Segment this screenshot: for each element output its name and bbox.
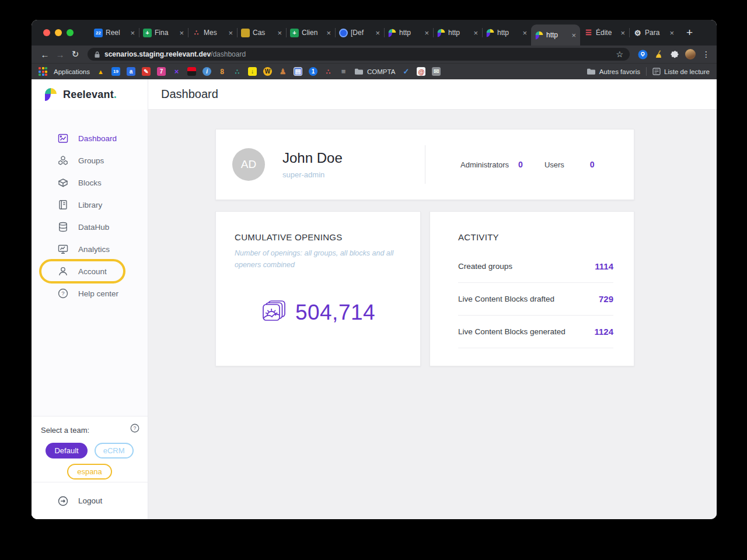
team-chip-ecrm[interactable]: eCRM xyxy=(95,443,134,459)
close-tab-icon[interactable]: × xyxy=(375,29,380,37)
browser-window: 22Reel× +Fina× ∴Mes× Cas× +Clien× [Def× … xyxy=(32,20,717,519)
account-icon xyxy=(57,265,69,277)
close-tab-icon[interactable]: × xyxy=(669,29,674,37)
mail-icon[interactable]: ✉ xyxy=(432,67,441,76)
tab-edite[interactable]: ☰Édite× xyxy=(580,20,629,46)
close-window-button[interactable] xyxy=(43,29,50,36)
new-tab-button[interactable]: + xyxy=(686,26,693,39)
layers-icon[interactable]: ≡ xyxy=(339,67,348,76)
asana-icon[interactable]: ∴ xyxy=(324,67,333,76)
sidebar-item-account[interactable]: Account xyxy=(32,260,148,282)
close-tab-icon[interactable]: × xyxy=(424,29,429,37)
close-tab-icon[interactable]: × xyxy=(571,31,576,40)
close-tab-icon[interactable]: × xyxy=(620,29,625,37)
url-text: scenarios.staging.reelevant.dev/dashboar… xyxy=(104,50,246,58)
wordreference-icon[interactable]: W xyxy=(263,67,272,76)
x-icon[interactable]: × xyxy=(172,67,181,76)
tab-cas[interactable]: Cas× xyxy=(237,20,286,46)
apps-grid-icon[interactable] xyxy=(39,67,47,76)
sidebar-item-analytics[interactable]: Analytics xyxy=(32,238,148,260)
onepassword-icon[interactable] xyxy=(638,50,648,60)
person-icon[interactable]: ♟ xyxy=(278,67,287,76)
profile-avatar[interactable] xyxy=(685,49,696,60)
activity-title: ACTIVITY xyxy=(458,232,613,242)
maximize-window-button[interactable] xyxy=(67,29,74,36)
sidebar-item-blocks[interactable]: Blocks xyxy=(32,172,148,194)
chrome-menu-icon[interactable]: ⋮ xyxy=(702,50,711,59)
tab-mes[interactable]: ∴Mes× xyxy=(188,20,237,46)
sg-flag-icon[interactable] xyxy=(187,67,196,76)
tab-label: http xyxy=(497,29,519,37)
tab-http-active[interactable]: http× xyxy=(531,24,580,46)
compta-folder[interactable]: COMPTA xyxy=(354,68,395,75)
sidebar-item-dashboard[interactable]: Dashboard xyxy=(32,127,148,149)
logout-icon xyxy=(57,495,69,507)
minimize-window-button[interactable] xyxy=(55,29,62,36)
team-chips-row-2: espana xyxy=(41,464,138,480)
brand[interactable]: Reelevant. xyxy=(32,79,148,110)
tab-reel[interactable]: 22Reel× xyxy=(90,20,139,46)
broom-icon[interactable] xyxy=(654,50,664,59)
team-help-icon[interactable]: ? xyxy=(130,423,140,436)
close-tab-icon[interactable]: × xyxy=(326,29,331,37)
reelevant-icon xyxy=(388,29,396,37)
sidebar-item-groups[interactable]: Groups xyxy=(32,149,148,172)
close-tab-icon[interactable]: × xyxy=(179,29,184,37)
other-bookmarks-folder[interactable]: Autres favoris xyxy=(587,68,640,75)
tab-fina[interactable]: +Fina× xyxy=(139,20,188,46)
molecule-icon[interactable]: ∴ xyxy=(233,67,242,76)
close-tab-icon[interactable]: × xyxy=(228,29,233,37)
browser-toolbar: ← → ↻ scenarios.staging.reelevant.dev/da… xyxy=(32,46,717,63)
sidebar-item-datahub[interactable]: DataHub xyxy=(32,216,148,238)
back-button[interactable]: ← xyxy=(37,50,53,60)
page-title: Dashboard xyxy=(161,88,218,101)
page-header: Dashboard xyxy=(148,79,717,110)
tab-http-3[interactable]: http× xyxy=(482,20,531,46)
close-tab-icon[interactable]: × xyxy=(522,29,527,37)
tab-http-1[interactable]: http× xyxy=(384,20,433,46)
forward-button[interactable]: → xyxy=(53,50,68,60)
images-stack-icon xyxy=(261,300,288,325)
download-icon[interactable]: ↓ xyxy=(248,67,257,76)
pen-icon[interactable]: ✎ xyxy=(142,67,151,76)
info-icon[interactable]: i xyxy=(203,67,211,76)
logout-button[interactable]: Logout xyxy=(32,482,148,519)
activity-row-blocks-drafted: Live Content Blocks drafted 729 xyxy=(458,283,613,316)
close-tab-icon[interactable]: × xyxy=(473,29,478,37)
close-tab-icon[interactable]: × xyxy=(130,29,135,37)
framer-icon[interactable]: 7 xyxy=(157,67,166,76)
compta-label: COMPTA xyxy=(367,68,395,75)
check-icon[interactable]: ✓ xyxy=(402,67,410,76)
team-chip-default[interactable]: Default xyxy=(46,443,87,459)
reload-button[interactable]: ↻ xyxy=(68,49,83,60)
circle-icon xyxy=(339,29,348,37)
openings-value-row: 504,714 xyxy=(235,300,402,325)
docs-icon[interactable]: a xyxy=(127,67,135,76)
onepassword-icon[interactable]: 1 xyxy=(309,67,317,76)
close-tab-icon[interactable]: × xyxy=(277,29,282,37)
key-icon[interactable]: 8 xyxy=(218,67,226,76)
calendar-icon[interactable]: 19 xyxy=(111,67,120,76)
other-bookmarks-label: Autres favoris xyxy=(599,68,640,75)
applications-bookmark[interactable]: Applications xyxy=(54,68,90,75)
window-controls xyxy=(43,29,74,36)
at-icon[interactable]: @ xyxy=(417,67,425,76)
openings-title: CUMULATIVE OPENINGS xyxy=(235,232,402,242)
card-icon[interactable]: ▤ xyxy=(294,67,302,76)
tab-clien[interactable]: +Clien× xyxy=(286,20,335,46)
sidebar-item-help-center[interactable]: ? Help center xyxy=(32,282,148,304)
folder-icon xyxy=(587,68,596,75)
tab-para[interactable]: ⚙Para× xyxy=(629,20,678,46)
users-value: 0 xyxy=(590,160,595,169)
tab-def[interactable]: [Def× xyxy=(335,20,384,46)
team-chip-espana[interactable]: espana xyxy=(67,464,112,480)
activity-row-created-groups: Created groups 1114 xyxy=(458,250,613,283)
reading-list[interactable]: Liste de lecture xyxy=(652,68,710,75)
drive-icon[interactable]: ▲ xyxy=(96,67,105,76)
sidebar-item-library[interactable]: Library xyxy=(32,194,148,216)
openings-value: 504,714 xyxy=(295,300,375,325)
address-bar[interactable]: scenarios.staging.reelevant.dev/dashboar… xyxy=(88,48,630,61)
extensions-puzzle-icon[interactable] xyxy=(670,50,679,59)
bookmark-star-icon[interactable]: ☆ xyxy=(616,50,623,59)
tab-http-2[interactable]: http× xyxy=(433,20,482,46)
